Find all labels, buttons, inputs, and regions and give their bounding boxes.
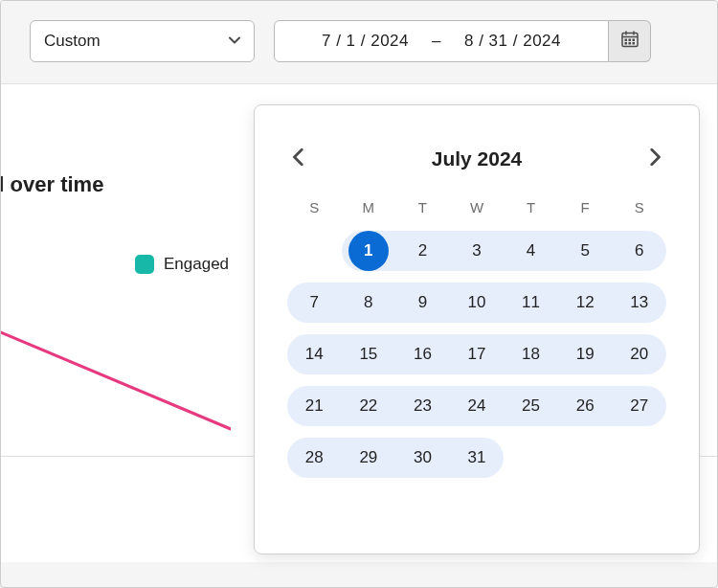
calendar-day[interactable]: 26	[558, 386, 613, 426]
calendar-toggle-button[interactable]	[609, 20, 651, 62]
calendar-day-number: 19	[576, 345, 595, 364]
calendar-day[interactable]: 31	[450, 438, 505, 478]
calendar-day[interactable]: 5	[558, 231, 613, 271]
calendar-day[interactable]: 20	[612, 334, 666, 374]
calendar-day-number: 18	[522, 345, 540, 364]
calendar-day-number: 1	[364, 241, 372, 260]
calendar-day-number: 11	[522, 293, 540, 312]
weekday-label: S	[612, 199, 666, 215]
weekday-label: W	[450, 199, 505, 215]
calendar-day-number: 15	[359, 345, 377, 364]
svg-rect-9	[632, 42, 635, 45]
legend-swatch-engaged	[135, 255, 154, 274]
weekday-label: T	[504, 199, 558, 215]
calendar-day[interactable]: 28	[287, 438, 342, 478]
calendar-day-number: 16	[414, 345, 432, 364]
calendar-day-number: 30	[414, 448, 432, 467]
weekday-label: S	[287, 199, 342, 215]
svg-rect-5	[628, 39, 631, 42]
calendar-day[interactable]: 18	[504, 334, 558, 374]
calendar-day[interactable]: 14	[287, 334, 342, 374]
calendar-day[interactable]: 9	[395, 283, 450, 323]
date-range-input[interactable]: 7 / 1 / 2024 – 8 / 31 / 2024	[274, 20, 609, 62]
date-range-separator: –	[432, 32, 441, 51]
calendar-day[interactable]: 2	[395, 231, 450, 271]
calendar-day[interactable]: 8	[342, 283, 396, 323]
calendar-day-number: 26	[576, 396, 595, 416]
calendar-day[interactable]: 4	[504, 231, 558, 271]
calendar-day-number: 10	[468, 293, 486, 312]
calendar-day-number: 13	[630, 293, 648, 312]
calendar-day[interactable]: 15	[342, 334, 396, 374]
calendar-day[interactable]: 13	[612, 283, 666, 323]
calendar-day[interactable]: 27	[612, 386, 666, 426]
svg-rect-6	[632, 39, 635, 42]
calendar-day[interactable]: 19	[558, 334, 613, 374]
calendar-day-number: 7	[310, 293, 319, 312]
calendar-day-number: 21	[305, 396, 324, 416]
calendar-empty-cell	[287, 231, 342, 271]
calendar-next-button[interactable]	[643, 147, 666, 170]
calendar-day[interactable]: 22	[342, 386, 396, 426]
svg-rect-8	[628, 42, 631, 45]
calendar-day-number: 5	[580, 241, 589, 260]
calendar-day[interactable]: 7	[287, 283, 342, 323]
calendar-day[interactable]: 25	[504, 386, 558, 426]
calendar-day[interactable]: 21	[287, 386, 342, 426]
calendar-day[interactable]: 10	[450, 283, 505, 323]
weekday-label: F	[558, 199, 613, 215]
select-value: Custom	[44, 32, 101, 51]
calendar-day-number: 29	[359, 448, 377, 467]
calendar-day[interactable]: 24	[450, 386, 505, 426]
calendar-day[interactable]: 6	[612, 231, 666, 271]
calendar-popover: July 2024 SMTWTFS 1234567891011121314151…	[254, 104, 700, 554]
chevron-left-icon	[291, 148, 306, 170]
svg-rect-7	[624, 42, 627, 45]
calendar-day[interactable]: 1	[342, 231, 396, 271]
calendar-day[interactable]: 12	[558, 283, 613, 323]
date-range-preset-select[interactable]: Custom	[30, 20, 255, 62]
chevron-right-icon	[647, 148, 662, 170]
calendar-day-number: 22	[359, 396, 377, 416]
calendar-day-number: 12	[576, 293, 595, 312]
calendar-month-title: July 2024	[432, 147, 523, 170]
calendar-day-number: 14	[305, 345, 324, 364]
calendar-day[interactable]: 3	[450, 231, 505, 271]
calendar-day-number: 17	[468, 345, 486, 364]
weekday-label: T	[395, 199, 450, 215]
calendar-day-number: 8	[364, 293, 372, 312]
calendar-day-number: 4	[527, 241, 535, 260]
legend-label-engaged: Engaged	[164, 255, 229, 274]
calendar-day-number: 2	[418, 241, 427, 260]
chevron-down-icon	[229, 32, 240, 51]
calendar-day[interactable]: 30	[395, 438, 450, 478]
calendar-day[interactable]: 23	[395, 386, 450, 426]
weekday-label: M	[342, 199, 396, 215]
calendar-day[interactable]: 11	[504, 283, 558, 323]
calendar-day[interactable]: 17	[450, 334, 505, 374]
calendar-day-number: 23	[414, 396, 432, 416]
calendar-day-number: 24	[468, 396, 486, 416]
calendar-prev-button[interactable]	[287, 147, 310, 170]
calendar-day-number: 31	[468, 448, 486, 467]
calendar-day-number: 6	[635, 241, 643, 260]
calendar-icon	[620, 30, 639, 53]
calendar-day-number: 25	[522, 396, 540, 416]
calendar-day-number: 27	[630, 396, 648, 416]
calendar-day-number: 28	[305, 448, 324, 467]
date-end: 8 / 31 / 2024	[464, 32, 561, 51]
calendar-day-number: 20	[630, 345, 648, 364]
calendar-day[interactable]: 29	[342, 438, 396, 478]
calendar-day-number: 9	[418, 293, 427, 312]
calendar-day[interactable]: 16	[395, 334, 450, 374]
svg-rect-4	[624, 39, 627, 42]
date-start: 7 / 1 / 2024	[322, 32, 409, 51]
calendar-day-number: 3	[472, 241, 481, 260]
